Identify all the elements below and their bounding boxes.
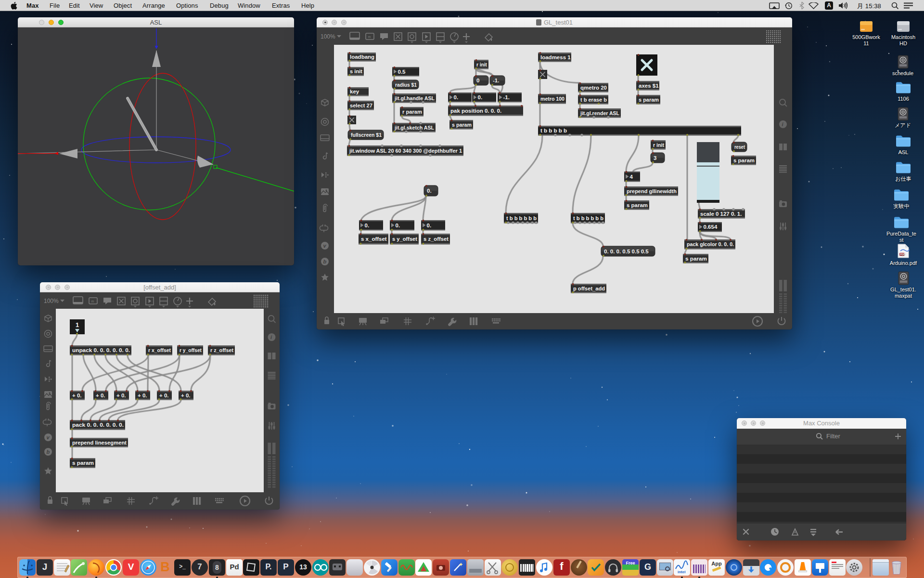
svg-text:-1.: -1.	[493, 78, 499, 83]
svg-text:unpack 0. 0. 0. 0. 0. 0.: unpack 0. 0. 0. 0. 0. 0.	[72, 347, 130, 353]
svg-text:0.: 0.	[427, 223, 432, 228]
svg-text:pack 0. 0. 0. 0. 0. 0.: pack 0. 0. 0. 0. 0. 0.	[72, 422, 124, 428]
svg-text:+ 0.: + 0.	[181, 393, 191, 398]
svg-text:loadmess 1: loadmess 1	[540, 54, 571, 60]
svg-text:0: 0	[476, 78, 479, 83]
svg-text:v: v	[47, 434, 50, 440]
svg-text:metro 100: metro 100	[540, 96, 565, 102]
svg-text:t b erase b: t b erase b	[580, 97, 607, 103]
svg-text:b: b	[47, 449, 50, 455]
svg-text:r z_offset: r z_offset	[210, 347, 233, 353]
svg-text:r init: r init	[476, 62, 487, 67]
svg-text:4: 4	[630, 174, 633, 180]
svg-text:+ 0.: + 0.	[116, 393, 126, 398]
svg-text:intel: intel	[678, 570, 685, 574]
svg-text:qmetro 20: qmetro 20	[580, 85, 607, 91]
svg-text:r init: r init	[653, 142, 664, 148]
svg-text:s param: s param	[685, 256, 707, 262]
svg-text:r y_offset: r y_offset	[180, 347, 202, 353]
svg-text:+ 0.: + 0.	[96, 393, 105, 398]
svg-text:jit.gl.render ASL: jit.gl.render ASL	[580, 110, 619, 116]
svg-text:pak position 0. 0. 0.: pak position 0. 0. 0.	[450, 108, 501, 114]
svg-text:-1.: -1.	[503, 94, 510, 100]
svg-text:s param: s param	[733, 158, 755, 163]
svg-text:PDF: PDF	[900, 253, 905, 256]
svg-text:0.5: 0.5	[398, 69, 406, 75]
svg-text:3: 3	[654, 155, 656, 161]
svg-text:t b b b b b b: t b b b b b b	[573, 215, 603, 221]
svg-text:t b b b b b b: t b b b b b b	[506, 215, 537, 221]
svg-text:s param: s param	[639, 97, 659, 103]
svg-text:+ 0.: + 0.	[138, 393, 147, 398]
svg-text:axes $1: axes $1	[639, 83, 659, 89]
svg-text:0. 0. 0. 0.5 0.5 0.5: 0. 0. 0. 0.5 0.5 0.5	[604, 249, 649, 254]
svg-text:0.: 0.	[427, 188, 432, 194]
svg-text:0.654: 0.654	[704, 224, 718, 230]
svg-text:prepend gllinewidth: prepend gllinewidth	[627, 188, 677, 194]
svg-text:fullscreen $1: fullscreen $1	[351, 132, 382, 138]
svg-text:jit.gl.sketch ASL: jit.gl.sketch ASL	[394, 125, 434, 131]
svg-text:0.: 0.	[365, 223, 370, 228]
svg-text:jit.window ASL 20 60 340 300 @: jit.window ASL 20 60 340 300 @depthbuffe…	[349, 148, 462, 154]
svg-text:s x_offset: s x_offset	[361, 236, 387, 242]
svg-text:reset: reset	[734, 144, 745, 150]
svg-text:s z_offset: s z_offset	[424, 236, 449, 242]
svg-text:1: 1	[76, 321, 79, 328]
svg-text:v: v	[323, 243, 327, 249]
svg-text:s param: s param	[72, 460, 94, 466]
svg-text:r x_offset: r x_offset	[148, 347, 171, 353]
svg-text:scale 0 127 0. 1.: scale 0 127 0. 1.	[700, 211, 742, 217]
svg-text:prepend linesegment: prepend linesegment	[72, 440, 127, 446]
svg-text:0.: 0.	[454, 94, 459, 100]
svg-text:t b b b b b: t b b b b b	[540, 128, 567, 133]
svg-text:s y_offset: s y_offset	[392, 236, 417, 242]
svg-text:b: b	[323, 259, 327, 264]
svg-text:100%: 100%	[44, 298, 59, 304]
svg-text:100%: 100%	[321, 33, 335, 40]
svg-text:m: m	[368, 35, 371, 39]
svg-text:+ 0.: + 0.	[159, 393, 169, 398]
svg-text:+ 0.: + 0.	[72, 393, 82, 398]
svg-text:s param: s param	[452, 122, 472, 128]
svg-text:pack glcolor 0. 0. 0.: pack glcolor 0. 0. 0.	[687, 241, 734, 247]
svg-text:m: m	[91, 300, 94, 303]
svg-text:p offset_add: p offset_add	[573, 286, 605, 291]
svg-text:key: key	[350, 89, 359, 94]
svg-text:0.: 0.	[396, 223, 400, 228]
svg-text:0.: 0.	[478, 94, 483, 100]
svg-text:radius $1: radius $1	[395, 82, 417, 88]
svg-text:s init: s init	[350, 68, 362, 74]
svg-text:loadbang: loadbang	[350, 54, 374, 60]
svg-text:jit.gl.handle ASL: jit.gl.handle ASL	[394, 95, 435, 101]
svg-text:select 27: select 27	[350, 103, 372, 108]
svg-text:s param: s param	[627, 202, 648, 208]
svg-text:r param: r param	[402, 109, 422, 115]
